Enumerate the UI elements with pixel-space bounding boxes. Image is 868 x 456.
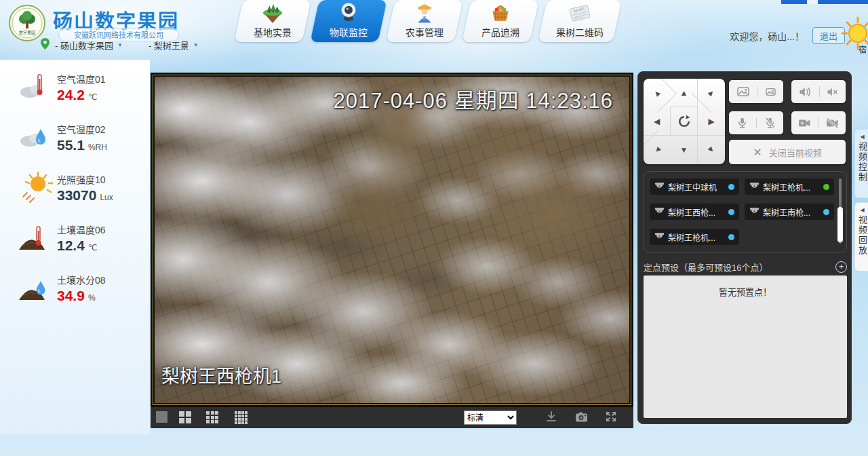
scene-selector-label: - 梨树王景 — [149, 39, 189, 52]
tab-label: 产品追溯 — [481, 25, 519, 39]
camera-name: 梨树王南枪... — [763, 206, 810, 218]
arrow-up-left-icon: ▲ — [650, 87, 663, 99]
sensor-label: 土壤水分08 — [57, 273, 106, 286]
arrow-up-right-icon: ▲ — [705, 86, 717, 98]
status-dot — [728, 234, 734, 240]
arrow-down-icon: ▼ — [680, 145, 688, 155]
arrow-left-icon: ◀ — [654, 117, 660, 126]
main-nav: 基地实景 物联监控 农事管理 产品追溯 NEWS 果树二维码 — [239, 0, 617, 42]
ptz-pad: ▲ ▲ ▲ ◀ ▶ ▲ ▼ ▲ — [644, 79, 725, 164]
videocam-buttons-group — [791, 111, 846, 134]
side-tab-video-playback[interactable]: ◀ 视频回放 — [854, 202, 868, 271]
tab-base-view[interactable]: 基地实景 — [234, 0, 311, 42]
site-logo: 数字果园 — [8, 4, 46, 42]
camera-list-scrollbar-thumb[interactable] — [837, 207, 843, 242]
ptz-rotate-button[interactable] — [671, 107, 698, 136]
scene-selector[interactable]: - 梨树王景 ▼ — [149, 39, 199, 52]
layout-4x4-button[interactable] — [235, 411, 248, 424]
camera-name: 梨树王枪机... — [763, 181, 810, 193]
tab-label: 基地实景 — [254, 25, 292, 39]
snapshot-camera-icon[interactable] — [575, 411, 588, 425]
arrow-down-left-icon: ▲ — [651, 144, 663, 156]
download-icon[interactable] — [545, 411, 557, 425]
weather-city-label: 宿 — [859, 43, 867, 55]
camera-item[interactable]: 梨树王枪机... — [745, 178, 834, 195]
farmer-icon — [413, 1, 436, 25]
camera-item[interactable]: 梨树王枪机... — [650, 229, 739, 245]
sensor-unit: ℃ — [88, 243, 97, 252]
sensor-value: 55.1 — [57, 137, 85, 153]
side-tab-label: 视频回放 — [856, 215, 868, 256]
chevron-down-icon: ▼ — [117, 42, 123, 48]
image-small-icon[interactable] — [766, 88, 776, 96]
sensor-air-humidity: 空气湿度02 55.1%RH — [18, 121, 146, 159]
dome-camera-icon — [654, 231, 665, 243]
status-dot — [823, 184, 829, 190]
chevron-left-icon: ◀ — [860, 134, 864, 140]
dome-camera-icon — [654, 206, 665, 218]
camera-list: 梨树王中球机 梨树王枪机... 梨树王西枪... 梨树王南枪... 梨树王枪机. — [644, 171, 847, 252]
tab-product-trace[interactable]: 产品追溯 — [462, 0, 538, 42]
sensor-soil-moisture: 土壤水分08 34.9% — [18, 271, 146, 309]
light-intensity-icon — [18, 171, 53, 204]
arrow-right-icon: ▶ — [708, 117, 714, 126]
island-icon — [260, 1, 285, 25]
tab-label: 果树二维码 — [556, 25, 604, 39]
preset-empty-text: 暂无预置点！ — [719, 287, 772, 297]
tab-tree-qrcode[interactable]: NEWS 果树二维码 — [538, 0, 621, 42]
audio-buttons-group — [791, 80, 846, 103]
fullscreen-icon[interactable] — [605, 411, 617, 425]
camera-item[interactable]: 梨树王中球机 — [650, 178, 739, 195]
sensor-label: 光照强度10 — [57, 172, 113, 186]
top-edge-bar — [781, 0, 868, 4]
tab-farm-management[interactable]: 农事管理 — [386, 0, 462, 42]
video-container: 2017-04-06 星期四 14:23:16 梨树王西枪机1 — [151, 73, 633, 407]
mic-buttons-group — [729, 111, 783, 134]
camera-item[interactable]: 梨树王南枪... — [745, 204, 834, 220]
layout-1x1-button[interactable] — [156, 411, 167, 423]
location-row: - 砀山数字果园 ▼ - 梨树王景 ▼ — [41, 38, 199, 52]
control-panel: ▲ ▲ ▲ ◀ ▶ ▲ ▼ ▲ — [637, 71, 852, 424]
mic-mute-icon[interactable] — [764, 117, 776, 129]
sensor-value: 24.2 — [57, 87, 85, 103]
camera-item[interactable]: 梨树王西枪... — [650, 204, 739, 220]
tab-label: 物联监控 — [330, 25, 368, 39]
speaker-mute-icon[interactable] — [827, 87, 838, 97]
tab-iot-monitoring[interactable]: 物联监控 — [310, 0, 387, 42]
videocam-mute-icon[interactable] — [826, 118, 839, 128]
dome-camera-icon — [749, 206, 760, 218]
close-icon: ✕ — [753, 146, 762, 159]
videocam-on-icon[interactable] — [798, 118, 811, 128]
live-video-feed[interactable] — [155, 77, 629, 403]
chevron-left-icon: ◀ — [860, 207, 864, 213]
mic-on-icon[interactable] — [736, 117, 748, 129]
speaker-on-icon[interactable] — [799, 86, 812, 98]
map-pin-icon — [41, 38, 50, 52]
camera-name: 梨树王中球机 — [668, 181, 717, 193]
sensor-unit: %RH — [88, 142, 107, 152]
news-icon: NEWS — [568, 1, 592, 25]
sensor-label: 空气湿度02 — [57, 122, 107, 136]
close-current-video-button[interactable]: ✕ 关闭当前视频 — [729, 140, 846, 164]
soil-temperature-icon — [18, 221, 53, 254]
sensor-air-temperature: 空气温度01 24.2℃ — [18, 71, 146, 109]
image-large-icon[interactable] — [737, 86, 749, 97]
sensor-unit: % — [88, 293, 96, 303]
sensor-light-intensity: 光照强度10 33070Lux — [18, 171, 146, 209]
status-dot — [728, 184, 734, 190]
preset-empty-area: 暂无预置点！ — [644, 276, 847, 418]
layout-3x3-button[interactable] — [206, 411, 218, 423]
soil-moisture-icon — [18, 271, 53, 304]
add-preset-button[interactable]: + — [835, 261, 847, 273]
quality-select[interactable]: 标清 — [464, 411, 517, 425]
selected-video-cell: 2017-04-06 星期四 14:23:16 梨树王西枪机1 — [153, 75, 631, 405]
sensor-soil-temperature: 土壤温度06 12.4℃ — [18, 221, 146, 259]
base-selector[interactable]: - 砀山数字果园 ▼ — [55, 39, 123, 52]
side-tab-video-control[interactable]: ◀ 视频控制 — [854, 129, 868, 198]
image-buttons-group — [729, 80, 783, 103]
dome-camera-icon — [749, 180, 760, 193]
sensor-unit: ℃ — [88, 92, 97, 102]
video-toolbar: 标清 — [151, 407, 633, 428]
arrow-down-right-icon: ▲ — [705, 144, 717, 156]
layout-2x2-button[interactable] — [179, 411, 191, 423]
